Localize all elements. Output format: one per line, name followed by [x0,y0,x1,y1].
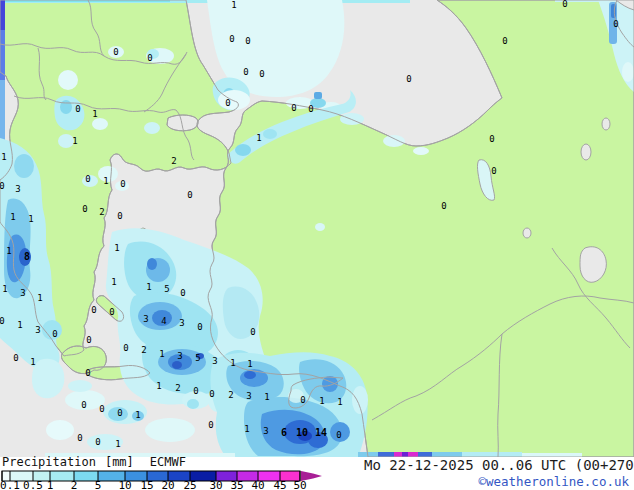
precip-value: 0 [113,47,118,57]
precip-value: 1 [111,277,116,287]
precip-value: 1 [28,214,33,224]
lake [602,118,610,130]
precip-value: 1 [159,349,164,359]
precip-value: 0 [82,204,87,214]
precip-value: 1 [230,358,235,368]
precip-value: 0 [187,190,192,200]
precip-value: 0 [336,430,341,440]
precip-value: 1 [135,410,140,420]
precip-value: 0 [562,0,567,9]
precip-value: 1 [10,212,15,222]
precip-value: 0 [117,211,122,221]
precip-value: 0 [86,335,91,345]
forecast-datetime: Mo 22-12-2025 00..06 UTC (00+270 [364,457,634,473]
precip-value: 0 [0,316,5,326]
precip-value: 0 [308,104,313,114]
scale-tick-label: 25 [177,479,203,490]
precip-value: 1 [37,293,42,303]
precip-value: 1 [319,396,324,406]
precip-value: 0 [95,437,100,447]
precip-value: 3 [15,184,20,194]
precip-value: 0 [245,36,250,46]
precip-value: 1 [156,381,161,391]
precip-value: 1 [103,176,108,186]
precip-value: 0 [197,322,202,332]
precip-value: 1 [6,246,11,256]
precip-value: 0 [300,395,305,405]
precip-value: 0 [52,329,57,339]
precip-value: 14 [315,427,327,438]
precip-value: 0 [0,181,5,191]
precip-value: 3 [263,426,268,436]
precip-value: 0 [243,67,248,77]
precip-value: 0 [291,103,296,113]
precip-value: 1 [264,392,269,402]
precip-value: 0 [99,404,104,414]
precip-value: 0 [85,174,90,184]
lake [523,228,531,238]
precip-value: 3 [20,288,25,298]
precip-value: 0 [259,69,264,79]
precip-value: 0 [147,53,152,63]
precip-value: 1 [247,359,252,369]
precip-value: 0 [77,433,82,443]
precip-value: 0 [123,343,128,353]
precip-value: 3 [35,325,40,335]
precip-value: 2 [175,383,180,393]
precip-value: 0 [491,166,496,176]
precip-value: 3 [212,356,217,366]
precip-value: 0 [225,98,230,108]
precip-value: 0 [229,34,234,44]
precip-value: 0 [117,408,122,418]
scale-tick-label: 5 [85,479,111,490]
legend-scale-ticks: 0.10.5125101520253035404550 [0,479,340,490]
precip-value: 0 [109,307,114,317]
precip-value: 8 [24,251,30,262]
precip-value: 2 [171,156,176,166]
precip-value: 0 [85,368,90,378]
precip-value: 1 [30,357,35,367]
precip-value: 1 [17,320,22,330]
lake [581,144,591,160]
precip-value: 5 [195,353,200,363]
precip-value: 1 [115,439,120,449]
precip-value: 1 [1,152,6,162]
precip-value: 0 [13,353,18,363]
precip-value: 3 [246,391,251,401]
precip-value: 1 [337,397,342,407]
precip-value: 0 [91,305,96,315]
precip-value: 3 [143,314,148,324]
precip-value: 0 [75,104,80,114]
precip-value: 0 [406,74,411,84]
copyright-link[interactable]: ©weatheronline.co.uk [478,474,629,489]
precip-value: 0 [489,134,494,144]
precip-value: 0 [120,179,125,189]
precip-value: 3 [177,351,182,361]
precip-value: 1 [2,284,7,294]
precip-value: 2 [99,207,104,217]
precip-value: 1 [256,133,261,143]
precip-value: 0 [81,400,86,410]
precip-value: 1 [244,424,249,434]
precip-value: 10 [296,427,308,438]
precip-value: 6 [281,427,287,438]
scale-tick-label: 2 [61,479,87,490]
weather-map-page: 1000000000000001110120100300201100181113… [0,0,634,490]
precip-value: 0 [502,36,507,46]
scale-tick-label: 50 [287,479,313,490]
precip-value: 0 [441,201,446,211]
precip-value: 0 [193,386,198,396]
legend-title-row: Precipitation[mm]ECMWF [2,455,186,469]
precip-value: 4 [161,316,166,326]
precip-value: 0 [250,327,255,337]
precip-value: 1 [146,282,151,292]
precip-value: 1 [231,0,236,10]
precip-value: 1 [72,136,77,146]
scale-tick-label: 1 [37,479,63,490]
precip-value: 3 [179,318,184,328]
precip-value: 1 [114,243,119,253]
precip-value: 2 [228,390,233,400]
precip-value: 5 [164,284,169,294]
precip-value: 0 [208,420,213,430]
legend-title: Precipitation [2,455,96,469]
